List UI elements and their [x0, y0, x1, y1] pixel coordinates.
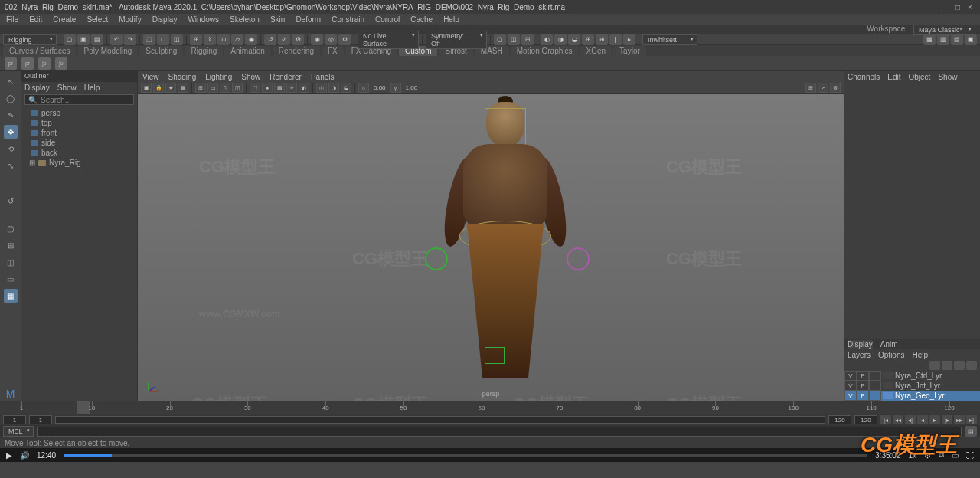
- channel-tab-edit[interactable]: Edit: [887, 73, 900, 81]
- outliner-search[interactable]: 🔍 Search...: [24, 94, 134, 105]
- vp-grid-icon[interactable]: ⊞: [195, 83, 206, 93]
- shelf-tab-sculpting[interactable]: Sculpting: [139, 46, 183, 56]
- shelf-item-prtSep[interactable]: pr: [21, 57, 34, 70]
- layer-color-swatch[interactable]: [883, 372, 893, 379]
- vp-lights-icon[interactable]: ☀: [286, 83, 297, 93]
- layer-p-toggle[interactable]: P: [857, 391, 869, 401]
- last-tool-icon[interactable]: ↺: [4, 194, 18, 208]
- pause-eval-icon[interactable]: ‖: [609, 34, 622, 45]
- outliner-menu-help[interactable]: Help: [84, 83, 100, 92]
- vp-exposure-icon[interactable]: ☼: [358, 83, 369, 93]
- vp-textured-icon[interactable]: ▩: [274, 83, 285, 93]
- channel-tab-object[interactable]: Object: [909, 73, 931, 81]
- vp-xray-icon[interactable]: ◑: [328, 83, 339, 93]
- close-icon[interactable]: ×: [965, 2, 975, 12]
- viewport-menu-shading[interactable]: Shading: [168, 73, 197, 81]
- lasso-tool-icon[interactable]: ◯: [4, 91, 18, 105]
- history-off-icon[interactable]: ⊘: [278, 34, 290, 45]
- layout-single-icon[interactable]: ▢: [4, 221, 18, 235]
- vp-film-gate-icon[interactable]: ▭: [207, 83, 218, 93]
- layout-two-h-icon[interactable]: ▭: [4, 272, 18, 286]
- vp-wireframe-icon[interactable]: ⬚: [250, 83, 260, 93]
- vp-shadows-icon[interactable]: ◐: [299, 83, 309, 93]
- scale-tool-icon[interactable]: ⤡: [4, 159, 18, 172]
- snap-plane-icon[interactable]: ▱: [231, 34, 243, 45]
- layout-two-v-icon[interactable]: ◫: [4, 255, 18, 269]
- range-slider[interactable]: [55, 416, 825, 424]
- time-slider[interactable]: 1102030405060708090100110120: [0, 401, 980, 414]
- menu-deform[interactable]: Deform: [296, 15, 321, 24]
- minimize-icon[interactable]: —: [940, 2, 951, 12]
- live-surface-dropdown[interactable]: No Live Surface: [358, 31, 419, 49]
- vp-shaded-icon[interactable]: ●: [262, 83, 273, 93]
- shelf-item-joiMT[interactable]: jo: [38, 57, 51, 70]
- video-fullscreen-icon[interactable]: ⛶: [966, 451, 974, 460]
- menu-edit[interactable]: Edit: [29, 15, 42, 24]
- layout-four-icon[interactable]: ⊞: [4, 238, 18, 252]
- layout-persp-outliner-icon[interactable]: ▦: [4, 289, 18, 303]
- layer-v-toggle[interactable]: V: [844, 381, 857, 391]
- layer-Nyra_Ctrl_Lyr[interactable]: VPNyra_Ctrl_Lyr: [844, 371, 980, 381]
- play-back-icon[interactable]: ◂: [917, 415, 928, 424]
- menu-skeleton[interactable]: Skeleton: [230, 15, 260, 24]
- range-end-inner[interactable]: [828, 415, 851, 424]
- step-back-icon[interactable]: ◂|: [905, 415, 916, 424]
- layer-new-selected-icon[interactable]: [966, 361, 977, 370]
- construction-icon[interactable]: ⚙: [292, 34, 304, 45]
- redo-icon[interactable]: ↷: [124, 34, 136, 45]
- vp-exposure-value[interactable]: 0.00: [374, 84, 386, 91]
- viewport-menu-view[interactable]: View: [142, 73, 159, 81]
- isolate-icon[interactable]: ◒: [568, 34, 580, 45]
- hand-l-control[interactable]: [425, 247, 448, 270]
- range-start-outer[interactable]: [3, 415, 26, 424]
- menu-constrain[interactable]: Constrain: [332, 15, 364, 24]
- layer-color-swatch[interactable]: [883, 382, 893, 389]
- wireframe-on-shaded-icon[interactable]: ◑: [554, 34, 567, 45]
- layer-new-empty-icon[interactable]: [954, 361, 965, 370]
- range-end-outer[interactable]: [854, 415, 877, 424]
- snap-view-icon[interactable]: ◉: [245, 34, 257, 45]
- menu-select[interactable]: Select: [87, 15, 108, 24]
- layer-v-toggle[interactable]: V: [844, 371, 857, 381]
- xray-icon[interactable]: ◐: [541, 34, 553, 45]
- select-component-icon[interactable]: ◫: [171, 34, 183, 45]
- paint-select-tool-icon[interactable]: ✎: [4, 108, 18, 122]
- vp-panel-layout-icon[interactable]: ⊞: [805, 83, 816, 93]
- outliner-menu-display[interactable]: Display: [24, 83, 50, 92]
- vp-isolate-icon[interactable]: ◎: [316, 83, 327, 93]
- layer-Nyra_Jnt_Lyr[interactable]: VPNyra_Jnt_Lyr: [844, 381, 980, 391]
- expand-icon[interactable]: ⊞: [29, 159, 35, 167]
- layer-move-up-icon[interactable]: [929, 361, 940, 370]
- shelf-tab-motion-graphics[interactable]: Motion Graphics: [511, 46, 579, 56]
- maximize-icon[interactable]: □: [952, 2, 963, 12]
- step-forward-key-icon[interactable]: ▸▸: [954, 415, 965, 424]
- step-back-key-icon[interactable]: ◂◂: [893, 415, 903, 424]
- layer-menu-options[interactable]: Options: [878, 351, 904, 359]
- menu-windows[interactable]: Windows: [188, 15, 219, 24]
- menu-modify[interactable]: Modify: [119, 15, 141, 24]
- attr-editor-icon[interactable]: ▤: [951, 34, 963, 45]
- play-eval-icon[interactable]: ▸: [623, 34, 635, 45]
- history-icon[interactable]: ↺: [264, 34, 276, 45]
- menu-cache[interactable]: Cache: [410, 15, 433, 24]
- save-scene-icon[interactable]: ▤: [91, 34, 103, 45]
- shelf-tab-rigging[interactable]: Rigging: [185, 46, 223, 56]
- shelf-tab-animation[interactable]: Animation: [224, 46, 270, 56]
- script-editor-icon[interactable]: ▤: [965, 426, 977, 437]
- menu-help[interactable]: Help: [443, 15, 459, 24]
- menu-create[interactable]: Create: [53, 15, 76, 24]
- vp-image-plane-icon[interactable]: ▦: [178, 83, 188, 93]
- layer-menu-help[interactable]: Help: [912, 351, 928, 359]
- command-line[interactable]: [37, 427, 962, 437]
- select-object-icon[interactable]: □: [157, 34, 169, 45]
- script-lang-dropdown[interactable]: MEL: [3, 426, 34, 437]
- module-dropdown[interactable]: Rigging: [3, 34, 57, 45]
- layer-v-toggle[interactable]: V: [844, 391, 857, 401]
- vp-gate-mask-icon[interactable]: ◫: [232, 83, 243, 93]
- pane-four-icon[interactable]: ⊞: [521, 34, 534, 45]
- menu-control[interactable]: Control: [375, 15, 400, 24]
- workspace-dropdown[interactable]: Maya Classic*: [913, 25, 975, 35]
- vp-resolution-gate-icon[interactable]: ▯: [220, 83, 230, 93]
- select-hierarchy-icon[interactable]: ⬚: [143, 34, 155, 45]
- vp-tear-off-icon[interactable]: ↗: [818, 83, 828, 93]
